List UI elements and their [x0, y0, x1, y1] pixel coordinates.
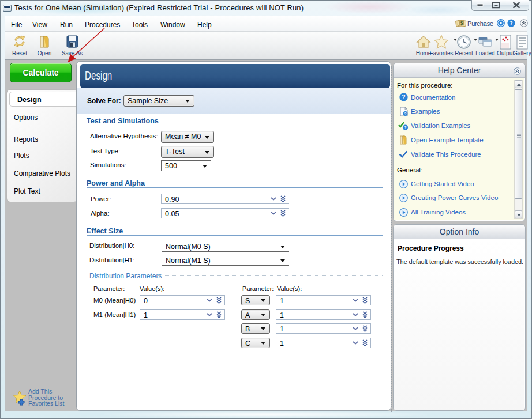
svg-text:?: ?	[509, 20, 513, 26]
svg-text:?: ?	[404, 125, 407, 130]
svg-text:?: ?	[402, 93, 405, 100]
svg-text:?: ?	[404, 112, 407, 116]
svg-text:$: $	[460, 20, 463, 26]
